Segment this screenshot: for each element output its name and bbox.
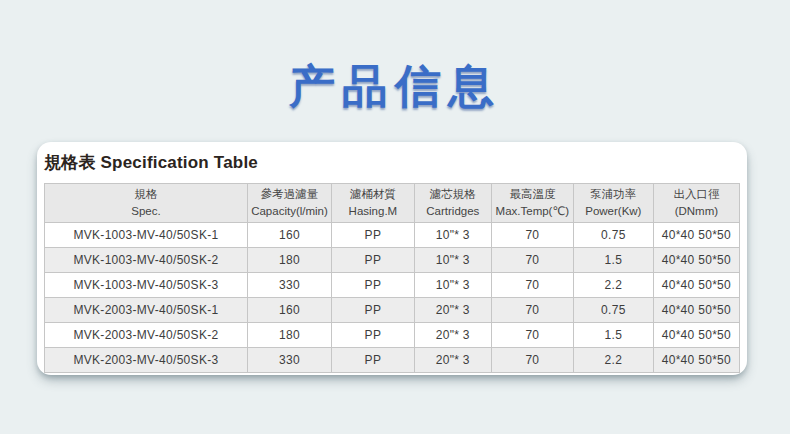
- table-cell: 0.75: [573, 223, 653, 248]
- column-header: 泵浦功率Power(Kw): [573, 184, 653, 223]
- table-cell: 40*40 50*50: [653, 323, 739, 348]
- table-row: MVK-2003-MV-40/50SK-3330PP20"* 3702.240*…: [45, 348, 740, 373]
- table-cell: 2.2: [573, 348, 653, 373]
- table-cell: PP: [332, 348, 415, 373]
- table-cell: 10"* 3: [414, 248, 491, 273]
- spec-table-heading: 規格表 Specification Table: [44, 151, 740, 174]
- spec-table: 規格Spec.參考過濾量Capacity(l/min)濾桶材質Hasing.M濾…: [44, 183, 740, 373]
- column-header: 濾芯規格Cartridges: [414, 184, 491, 223]
- column-header-zh: 參考過濾量: [250, 186, 329, 203]
- table-cell: 70: [491, 223, 573, 248]
- table-cell: 2.2: [573, 273, 653, 298]
- column-header-en: Power(Kw): [576, 203, 651, 220]
- table-cell: 70: [491, 323, 573, 348]
- table-cell: MVK-2003-MV-40/50SK-2: [45, 323, 248, 348]
- spec-table-header: 規格Spec.參考過濾量Capacity(l/min)濾桶材質Hasing.M濾…: [45, 184, 740, 223]
- header-row: 規格Spec.參考過濾量Capacity(l/min)濾桶材質Hasing.M濾…: [45, 184, 740, 223]
- table-cell: PP: [332, 223, 415, 248]
- table-cell: 70: [491, 348, 573, 373]
- column-header: 參考過濾量Capacity(l/min): [247, 184, 331, 223]
- table-cell: 20"* 3: [414, 348, 491, 373]
- table-cell: 330: [247, 273, 331, 298]
- table-cell: 40*40 50*50: [653, 273, 739, 298]
- table-cell: PP: [332, 298, 415, 323]
- table-cell: 20"* 3: [414, 298, 491, 323]
- table-cell: 1.5: [573, 248, 653, 273]
- column-header-en: Hasing.M: [334, 203, 412, 220]
- table-row: MVK-1003-MV-40/50SK-1160PP10"* 3700.7540…: [45, 223, 740, 248]
- column-header-en: Cartridges: [417, 203, 489, 220]
- table-cell: 40*40 50*50: [653, 348, 739, 373]
- column-header: 出入口徑(DNmm): [653, 184, 739, 223]
- column-header-zh: 泵浦功率: [576, 186, 651, 203]
- table-cell: 70: [491, 298, 573, 323]
- table-cell: 180: [247, 323, 331, 348]
- column-header-en: (DNmm): [656, 203, 737, 220]
- table-cell: 70: [491, 248, 573, 273]
- table-cell: 20"* 3: [414, 323, 491, 348]
- table-cell: PP: [332, 323, 415, 348]
- column-header: 最高溫度Max.Temp(℃): [491, 184, 573, 223]
- table-row: MVK-1003-MV-40/50SK-3330PP10"* 3702.240*…: [45, 273, 740, 298]
- table-cell: PP: [332, 248, 415, 273]
- column-header: 濾桶材質Hasing.M: [332, 184, 415, 223]
- table-cell: MVK-1003-MV-40/50SK-2: [45, 248, 248, 273]
- table-cell: 40*40 50*50: [653, 298, 739, 323]
- table-cell: MVK-2003-MV-40/50SK-3: [45, 348, 248, 373]
- table-cell: 10"* 3: [414, 223, 491, 248]
- table-row: MVK-1003-MV-40/50SK-2180PP10"* 3701.540*…: [45, 248, 740, 273]
- column-header-en: Capacity(l/min): [250, 203, 329, 220]
- spec-table-body: MVK-1003-MV-40/50SK-1160PP10"* 3700.7540…: [45, 223, 740, 373]
- column-header-zh: 濾芯規格: [417, 186, 489, 203]
- column-header-zh: 濾桶材質: [334, 186, 412, 203]
- spec-card: 規格表 Specification Table 規格Spec.參考過濾量Capa…: [37, 142, 747, 375]
- table-row: MVK-2003-MV-40/50SK-1160PP20"* 3700.7540…: [45, 298, 740, 323]
- table-row: MVK-2003-MV-40/50SK-2180PP20"* 3701.540*…: [45, 323, 740, 348]
- table-cell: MVK-1003-MV-40/50SK-1: [45, 223, 248, 248]
- column-header-en: Spec.: [47, 203, 245, 220]
- table-cell: 70: [491, 273, 573, 298]
- table-cell: 1.5: [573, 323, 653, 348]
- table-cell: MVK-2003-MV-40/50SK-1: [45, 298, 248, 323]
- table-cell: MVK-1003-MV-40/50SK-3: [45, 273, 248, 298]
- table-cell: 10"* 3: [414, 273, 491, 298]
- table-cell: 40*40 50*50: [653, 223, 739, 248]
- table-cell: 330: [247, 348, 331, 373]
- page-title: 产品信息: [0, 0, 790, 118]
- column-header: 規格Spec.: [45, 184, 248, 223]
- table-cell: 160: [247, 223, 331, 248]
- table-cell: 0.75: [573, 298, 653, 323]
- column-header-en: Max.Temp(℃): [494, 203, 571, 220]
- table-cell: 180: [247, 248, 331, 273]
- table-cell: PP: [332, 273, 415, 298]
- table-cell: 160: [247, 298, 331, 323]
- column-header-zh: 最高溫度: [494, 186, 571, 203]
- column-header-zh: 規格: [47, 186, 245, 203]
- column-header-zh: 出入口徑: [656, 186, 737, 203]
- table-cell: 40*40 50*50: [653, 248, 739, 273]
